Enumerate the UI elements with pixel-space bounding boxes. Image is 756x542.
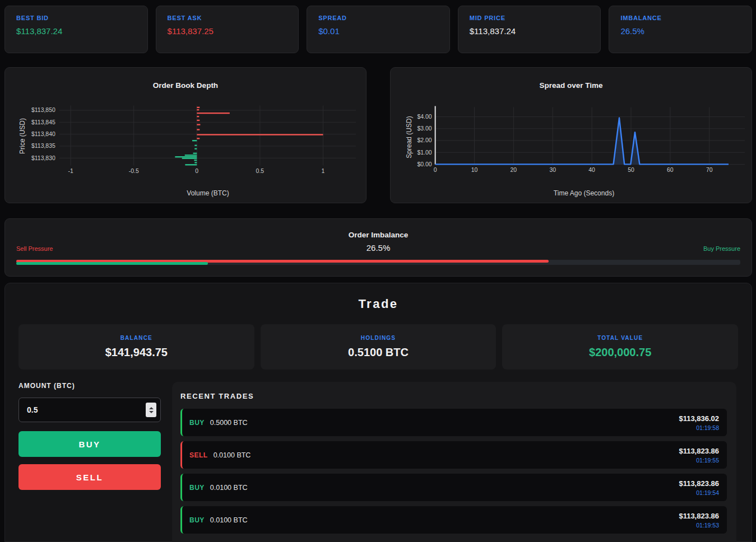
amount-stepper[interactable] — [146, 403, 156, 417]
imbalance-value: 26.5% — [620, 26, 740, 36]
svg-text:0: 0 — [195, 168, 198, 174]
best-bid-value: $113,837.24 — [16, 26, 136, 36]
depth-y-axis-title: Price (USD) — [18, 118, 26, 154]
svg-text:20: 20 — [511, 167, 517, 173]
order-imbalance-title: Order Imbalance — [16, 231, 740, 239]
stat-card-best-ask: BEST ASK $113,837.25 — [156, 6, 299, 53]
svg-text:$0.00: $0.00 — [418, 161, 432, 167]
recent-trades-panel: RECENT TRADES BUY 0.5000 BTC $113,836.02… — [172, 382, 736, 542]
trade-price: $113,836.02 — [679, 414, 719, 423]
trade-amount: 0.0100 BTC — [210, 516, 248, 524]
best-bid-label: BEST BID — [16, 15, 136, 21]
holdings-value: 0.5100 BTC — [348, 346, 409, 359]
spread-label: SPREAD — [318, 15, 438, 21]
holdings-card: HOLDINGS 0.5100 BTC — [261, 324, 497, 370]
amount-field-wrap — [18, 398, 161, 422]
svg-text:$113,850: $113,850 — [31, 107, 55, 113]
svg-text:$2.00: $2.00 — [418, 137, 432, 143]
buy-button[interactable]: BUY — [18, 431, 161, 457]
order-entry-column: AMOUNT (BTC) BUY SELL — [18, 382, 161, 542]
svg-text:-1: -1 — [68, 168, 73, 174]
svg-text:50: 50 — [628, 167, 634, 173]
trading-dashboard: BEST BID $113,837.24 BEST ASK $113,837.2… — [0, 0, 756, 542]
svg-text:$113,830: $113,830 — [31, 155, 55, 161]
trade-side: BUY — [189, 419, 205, 427]
spread-y-axis-title: Spread (USD) — [405, 116, 413, 158]
svg-text:0.5: 0.5 — [256, 168, 265, 174]
trade-title: Trade — [18, 297, 738, 311]
best-ask-label: BEST ASK — [168, 15, 287, 21]
imbalance-bar-track — [16, 260, 740, 265]
spread-value: $0.01 — [318, 26, 438, 36]
recent-trades-header: RECENT TRADES — [180, 392, 727, 400]
svg-text:40: 40 — [588, 167, 595, 173]
trade-side: BUY — [189, 516, 205, 524]
svg-text:$113,835: $113,835 — [31, 143, 55, 149]
trade-price: $113,823.86 — [679, 479, 719, 488]
amount-input[interactable] — [18, 398, 161, 422]
trade-price: $113,823.86 — [679, 512, 719, 520]
svg-text:$4.00: $4.00 — [418, 114, 432, 120]
trade-time: 01:19:54 — [679, 489, 719, 496]
best-ask-value: $113,837.25 — [168, 26, 287, 36]
trade-side: SELL — [189, 451, 208, 459]
stat-card-mid-price: MID PRICE $113,837.24 — [458, 6, 601, 53]
stat-card-best-bid: BEST BID $113,837.24 — [4, 6, 148, 53]
order-imbalance-panel: Order Imbalance Sell Pressure 26.5% Buy … — [4, 218, 752, 277]
stat-card-spread: SPREAD $0.01 — [307, 6, 450, 53]
trade-row: BUY 0.5000 BTC $113,836.02 01:19:58 — [180, 409, 727, 436]
trade-amount: 0.0100 BTC — [214, 451, 251, 459]
trade-side: BUY — [189, 484, 205, 492]
order-book-depth-chart: $113,850$113,845$113,840$113,835$113,830… — [5, 68, 366, 203]
buy-pressure-label: Buy Pressure — [703, 245, 740, 252]
sell-button[interactable]: SELL — [18, 464, 161, 490]
stat-card-imbalance: IMBALANCE 26.5% — [609, 6, 752, 53]
trade-row: BUY 0.0100 BTC $113,823.86 01:19:54 — [180, 474, 727, 501]
balance-label: BALANCE — [120, 335, 152, 341]
svg-text:$113,845: $113,845 — [31, 119, 55, 125]
spread-over-time-panel: Spread over Time $0.00$1.00$2.00$3.00$4.… — [390, 67, 752, 203]
mid-price-value: $113,837.24 — [470, 26, 590, 36]
svg-text:60: 60 — [667, 167, 674, 173]
charts-row: Order Book Depth $113,850$113,845$113,84… — [4, 67, 752, 203]
order-book-depth-panel: Order Book Depth $113,850$113,845$113,84… — [4, 67, 367, 203]
sell-pressure-label: Sell Pressure — [16, 245, 53, 252]
amount-label: AMOUNT (BTC) — [18, 382, 161, 390]
svg-text:$3.00: $3.00 — [418, 125, 432, 132]
trade-bottom-row: AMOUNT (BTC) BUY SELL RECENT TRADES BUY — [18, 382, 738, 542]
trade-stats-row: BALANCE $141,943.75 HOLDINGS 0.5100 BTC … — [18, 324, 738, 370]
svg-text:30: 30 — [549, 167, 556, 173]
spread-x-axis-title: Time Ago (Seconds) — [435, 189, 732, 197]
svg-text:$1.00: $1.00 — [418, 149, 432, 156]
total-value-value: $200,000.75 — [589, 346, 651, 359]
trade-amount: 0.5000 BTC — [210, 419, 248, 427]
buy-pressure-bar — [16, 262, 208, 265]
depth-x-axis-title: Volume (BTC) — [59, 189, 356, 197]
trade-time: 01:19:58 — [679, 424, 719, 431]
mid-price-label: MID PRICE — [470, 15, 590, 21]
order-imbalance-value: 26.5% — [16, 240, 740, 253]
imbalance-label: IMBALANCE — [620, 15, 740, 21]
total-value-label: TOTAL VALUE — [597, 335, 643, 341]
svg-text:10: 10 — [471, 167, 478, 173]
trade-time: 01:19:55 — [679, 457, 719, 464]
trade-time: 01:19:53 — [679, 522, 719, 529]
svg-text:-0.5: -0.5 — [129, 168, 139, 174]
spread-over-time-chart: $0.00$1.00$2.00$3.00$4.00010203040506070 — [391, 68, 752, 203]
stepper-up-icon[interactable] — [149, 407, 154, 409]
trade-row: BUY 0.0100 BTC $113,823.86 01:19:53 — [180, 506, 727, 534]
svg-text:0: 0 — [434, 167, 437, 173]
stats-row: BEST BID $113,837.24 BEST ASK $113,837.2… — [4, 6, 752, 53]
trade-amount: 0.0100 BTC — [210, 484, 248, 492]
balance-value: $141,943.75 — [105, 346, 168, 359]
svg-text:1: 1 — [322, 168, 325, 174]
total-value-card: TOTAL VALUE $200,000.75 — [502, 324, 738, 370]
order-imbalance-readout: Sell Pressure 26.5% Buy Pressure — [16, 240, 740, 255]
stepper-down-icon[interactable] — [149, 411, 154, 413]
svg-text:$113,840: $113,840 — [31, 131, 55, 137]
svg-text:70: 70 — [706, 167, 713, 173]
trade-row: SELL 0.0100 BTC $113,823.86 01:19:55 — [180, 441, 727, 469]
holdings-label: HOLDINGS — [361, 335, 396, 341]
trade-panel: Trade BALANCE $141,943.75 HOLDINGS 0.510… — [4, 283, 752, 542]
trade-price: $113,823.86 — [679, 447, 719, 455]
